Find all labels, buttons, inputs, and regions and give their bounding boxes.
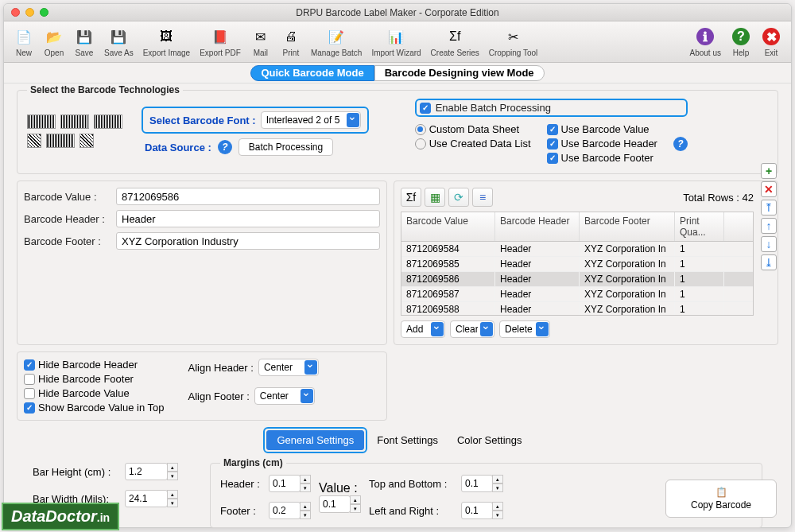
align-header-select[interactable] bbox=[258, 359, 319, 376]
move-top-icon[interactable]: ⤒ bbox=[761, 200, 777, 216]
move-bottom-icon[interactable]: ⤓ bbox=[761, 254, 777, 270]
barcode-footer-input[interactable] bbox=[116, 232, 380, 250]
barcode-value-input[interactable] bbox=[116, 188, 380, 205]
tab-font[interactable]: Font Settings bbox=[367, 431, 448, 449]
margin-lr-input[interactable] bbox=[461, 502, 493, 519]
grid-panel: Σf ▦ ⟳ ≡ Total Rows : 42 Barcode Value B… bbox=[394, 181, 778, 345]
table-row[interactable]: 8712069588HeaderXYZ Corporation In1 bbox=[401, 302, 753, 315]
datasource-label: Data Source : bbox=[145, 142, 211, 153]
chk-use-value[interactable] bbox=[547, 124, 558, 135]
batch-button[interactable]: 📝Manage Batch bbox=[306, 26, 367, 57]
table-row[interactable]: 8712069586HeaderXYZ Corporation In1 bbox=[401, 272, 753, 287]
barcode-font-select[interactable] bbox=[261, 111, 361, 129]
watermark: DataDoctor.in bbox=[2, 503, 119, 530]
add-select[interactable] bbox=[401, 320, 445, 338]
exit-button[interactable]: ✖Exit bbox=[756, 26, 786, 57]
table-row[interactable]: 8712069587HeaderXYZ Corporation In1 bbox=[401, 287, 753, 302]
enable-batch-highlight: Enable Batch Processing bbox=[415, 99, 688, 117]
series-button[interactable]: ΣfCreate Series bbox=[426, 26, 484, 57]
tab-general[interactable]: General Settings bbox=[266, 430, 364, 450]
list-btn-icon[interactable]: ≡ bbox=[472, 188, 493, 207]
data-grid[interactable]: Barcode Value Barcode Header Barcode Foo… bbox=[401, 212, 754, 316]
delete-row-icon[interactable]: ✕ bbox=[761, 181, 777, 197]
margin-value-input[interactable] bbox=[319, 495, 351, 513]
margin-tb-input[interactable] bbox=[461, 475, 493, 492]
enable-batch-checkbox[interactable] bbox=[420, 103, 431, 114]
maximize-icon[interactable] bbox=[40, 8, 48, 17]
move-up-icon[interactable]: ↑ bbox=[761, 218, 777, 234]
clear-select[interactable] bbox=[450, 320, 494, 338]
mode-bar: Quick Barcode Mode Barcode Designing vie… bbox=[4, 63, 791, 83]
export-image-icon: 🖼 bbox=[156, 26, 176, 47]
close-icon[interactable] bbox=[11, 8, 20, 17]
file-new-icon: 📄 bbox=[14, 26, 34, 47]
settings-tabs: General Settings Font Settings Color Set… bbox=[17, 427, 778, 453]
bar-height-input[interactable] bbox=[125, 463, 168, 480]
about-button[interactable]: ℹAbout us bbox=[685, 26, 726, 57]
export-image-button[interactable]: 🖼Export Image bbox=[138, 26, 195, 57]
total-rows-label: Total Rows : 42 bbox=[683, 192, 754, 204]
chk-use-footer[interactable] bbox=[547, 153, 558, 164]
margin-header-input[interactable] bbox=[269, 475, 301, 492]
margin-footer-input[interactable] bbox=[269, 502, 301, 519]
mail-button[interactable]: ✉Mail bbox=[246, 26, 276, 57]
print-icon: 🖨 bbox=[281, 26, 301, 47]
import-icon: 📊 bbox=[386, 26, 406, 47]
chk-hide-header[interactable] bbox=[24, 359, 35, 371]
folder-open-button[interactable]: 📂Open bbox=[39, 26, 69, 57]
table-row[interactable]: 8712069584HeaderXYZ Corporation In1 bbox=[401, 242, 753, 257]
select-font-highlight: Select Barcode Font : bbox=[142, 107, 369, 134]
radio-created-list[interactable] bbox=[415, 138, 426, 150]
help-button[interactable]: ?Help bbox=[726, 26, 756, 57]
refresh-btn-icon[interactable]: ⟳ bbox=[448, 188, 469, 207]
crop-button[interactable]: ✂Cropping Tool bbox=[484, 26, 543, 57]
grid-side-buttons: + ✕ ⤒ ↑ ↓ ⤓ bbox=[761, 163, 777, 270]
datasource-value[interactable]: Batch Processing bbox=[238, 138, 333, 156]
tab-design-mode[interactable]: Barcode Designing view Mode bbox=[374, 65, 545, 81]
save-icon: 💾 bbox=[74, 26, 95, 47]
delete-select[interactable] bbox=[499, 320, 550, 338]
stepper-down-icon[interactable]: ▾ bbox=[167, 472, 178, 480]
options-panel: Hide Barcode Header Hide Barcode Footer … bbox=[17, 351, 387, 421]
align-footer-select[interactable] bbox=[254, 387, 315, 405]
import-button[interactable]: 📊Import Wizard bbox=[366, 26, 425, 57]
bar-width-input[interactable] bbox=[125, 490, 168, 507]
info-icon[interactable]: ? bbox=[218, 140, 232, 154]
series-icon: Σf bbox=[444, 26, 465, 47]
minimize-icon[interactable] bbox=[25, 8, 34, 17]
exit-icon: ✖ bbox=[761, 26, 781, 47]
barcode-type-icons[interactable] bbox=[27, 115, 130, 148]
save-as-icon: 💾 bbox=[108, 26, 129, 47]
chk-show-top[interactable] bbox=[24, 402, 35, 414]
copy-icon: 📋 bbox=[716, 487, 727, 498]
mail-icon: ✉ bbox=[250, 26, 271, 47]
file-new-button[interactable]: 📄New bbox=[9, 26, 39, 57]
fields-panel: Barcode Value : Barcode Header : Barcode… bbox=[17, 181, 387, 345]
chk-hide-value[interactable] bbox=[24, 388, 35, 399]
info-icon[interactable]: ? bbox=[673, 137, 688, 151]
stepper-up-icon[interactable]: ▴ bbox=[167, 463, 178, 472]
barcode-header-input[interactable] bbox=[116, 210, 380, 227]
save-as-button[interactable]: 💾Save As bbox=[99, 26, 138, 57]
chk-use-header[interactable] bbox=[547, 138, 558, 150]
series-btn-icon[interactable]: Σf bbox=[401, 188, 421, 207]
window-title: DRPU Barcode Label Maker - Corporate Edi… bbox=[4, 7, 791, 18]
crop-icon: ✂ bbox=[503, 26, 524, 47]
export-pdf-button[interactable]: 📕Export PDF bbox=[195, 26, 246, 57]
barcode-tech-group: Select the Barcode Technologies Select B… bbox=[17, 90, 778, 174]
table-row[interactable]: 8712069585HeaderXYZ Corporation In1 bbox=[401, 257, 753, 272]
print-button[interactable]: 🖨Print bbox=[276, 26, 306, 57]
tab-quick-mode[interactable]: Quick Barcode Mode bbox=[250, 65, 374, 81]
excel-btn-icon[interactable]: ▦ bbox=[425, 188, 445, 207]
export-pdf-icon: 📕 bbox=[210, 26, 231, 47]
radio-custom-sheet[interactable] bbox=[415, 124, 426, 135]
save-button[interactable]: 💾Save bbox=[69, 26, 99, 57]
move-down-icon[interactable]: ↓ bbox=[761, 236, 777, 252]
about-icon: ℹ bbox=[695, 26, 716, 47]
batch-icon: 📝 bbox=[326, 26, 347, 47]
chk-hide-footer[interactable] bbox=[24, 374, 35, 385]
add-row-icon[interactable]: + bbox=[761, 163, 777, 179]
titlebar: DRPU Barcode Label Maker - Corporate Edi… bbox=[4, 4, 791, 21]
copy-barcode-button[interactable]: 📋 Copy Barcode bbox=[665, 480, 777, 518]
tab-color[interactable]: Color Settings bbox=[448, 431, 532, 449]
